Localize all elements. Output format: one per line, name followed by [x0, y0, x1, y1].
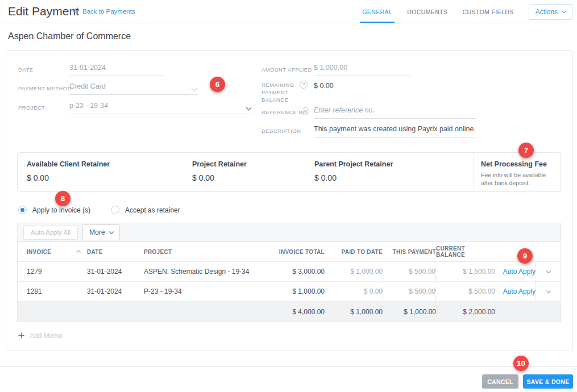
apply-options: Apply to Invoice (s) Accept as retainer — [18, 206, 195, 214]
footer-divider — [0, 366, 577, 367]
invoice-number: 1281 — [18, 282, 87, 301]
net-processing-fee: Net Processing Fee Fee info will be avai… — [481, 160, 556, 187]
total-paid-to-date: $ 1,000.00 — [325, 302, 383, 322]
invoice-date: 31-01-2024 — [87, 282, 144, 301]
plus-icon — [18, 331, 24, 341]
tab-documents[interactable]: DOCUMENTS — [407, 0, 447, 23]
back-arrow-icon — [73, 8, 80, 15]
col-this-payment[interactable]: THIS PAYMENT — [383, 242, 436, 261]
client-name-heading: Aspen Chamber of Commerce — [8, 31, 131, 41]
cancel-button[interactable]: CANCEL — [482, 374, 518, 389]
parent-project-retainer: Parent Project Retainer $ 0.00 — [314, 160, 393, 182]
paid-to-date: $ 1,000.00 — [325, 262, 383, 281]
total-invoice-total: $ 4,000.00 — [273, 302, 325, 322]
amount-applied-input[interactable]: $ 1,000.00 — [314, 64, 412, 76]
tab-general[interactable]: GENERAL — [362, 0, 392, 23]
total-current-balance: $ 2,000.00 — [436, 302, 495, 322]
edit-payment-page: Edit Payment Back to Payments GENERAL DO… — [0, 0, 577, 392]
row-expand-button[interactable] — [536, 262, 561, 281]
help-icon[interactable]: ? — [300, 81, 308, 89]
table-row: 1279 31-01-2024 ASPEN: Schematic Design … — [18, 262, 561, 282]
retainer-title: Parent Project Retainer — [314, 160, 393, 168]
description-input[interactable]: This payment was created using Payrix pa… — [314, 125, 476, 137]
fee-note: Fee info will be available after bank de… — [481, 171, 556, 187]
chevron-down-icon — [192, 84, 196, 92]
row-expand-button[interactable] — [536, 282, 561, 301]
invoice-project: ASPEN: Schematic Design - 19-34 — [144, 262, 273, 281]
col-current-balance[interactable]: CURRENT BALANCE — [436, 242, 495, 261]
table-totals-row: $ 4,000.00 $ 1,000.00 $ 1,000.00 $ 2,000… — [18, 302, 561, 322]
table-toolbar: Auto Apply All More — [18, 223, 561, 242]
remaining-balance-value: $ 0.00 — [314, 82, 334, 90]
more-button[interactable]: More — [82, 224, 119, 240]
invoice-number: 1279 — [18, 262, 87, 281]
invoice-total: $ 3,000.00 — [273, 262, 325, 281]
date-input[interactable]: 31-01-2024 — [69, 64, 165, 76]
auto-apply-all-button[interactable]: Auto Apply All — [23, 225, 78, 240]
auto-apply-link[interactable]: Auto Apply — [495, 282, 536, 301]
payment-method-label: PAYMENT METHOD — [18, 85, 72, 91]
accept-as-retainer-radio[interactable] — [111, 206, 119, 214]
retainer-summary-card: Available Client Retainer $ 0.00 Project… — [17, 152, 561, 192]
date-label: DATE — [18, 66, 33, 73]
auto-apply-link[interactable]: Auto Apply — [495, 262, 536, 281]
actions-button-label: Actions — [536, 8, 558, 16]
col-expand — [536, 242, 561, 261]
col-invoice[interactable]: INVOICE — [18, 242, 87, 261]
save-done-button[interactable]: SAVE & DONE — [523, 374, 573, 389]
available-client-retainer: Available Client Retainer $ 0.00 — [27, 160, 110, 182]
sort-asc-icon — [76, 250, 81, 255]
invoice-date: 31-01-2024 — [87, 262, 144, 281]
current-balance: $ 500.00 — [436, 282, 495, 301]
annotation-badge-8: 8 — [55, 191, 70, 206]
retainer-value: $ 0.00 — [192, 173, 247, 182]
col-date[interactable]: DATE — [87, 242, 144, 261]
invoice-total: $ 1,000.00 — [273, 282, 325, 301]
annotation-badge-7: 7 — [518, 143, 534, 158]
back-link-label: Back to Payments — [82, 8, 135, 15]
project-label: PROJECT — [18, 105, 45, 111]
back-to-payments-link[interactable]: Back to Payments — [73, 8, 135, 15]
chevron-down-icon — [562, 9, 566, 13]
retainer-value: $ 0.00 — [27, 173, 110, 182]
invoice-project: P-23 - 19-34 — [144, 282, 273, 301]
this-payment-input[interactable]: $ 500.00 — [383, 262, 436, 281]
current-balance: $ 1,500.00 — [436, 262, 495, 281]
payment-method-select[interactable]: Credit Card — [69, 82, 197, 95]
tab-custom-fields[interactable]: CUSTOM FIELDS — [462, 0, 513, 23]
tab-bar: GENERAL DOCUMENTS CUSTOM FIELDS Actions — [362, 0, 572, 23]
fee-title: Net Processing Fee — [481, 160, 556, 168]
table-row: 1281 31-01-2024 P-23 - 19-34 $ 1,000.00 … — [18, 282, 561, 302]
more-button-label: More — [89, 228, 105, 236]
col-invoice-total[interactable]: INVOICE TOTAL — [273, 242, 325, 261]
accept-as-retainer-label[interactable]: Accept as retainer — [125, 206, 180, 214]
actions-button[interactable]: Actions — [529, 4, 572, 20]
invoice-table: Auto Apply All More INVOICE DATE PROJECT… — [17, 223, 561, 322]
add-memo-label: Add Memo — [30, 332, 63, 340]
table-header-row: INVOICE DATE PROJECT INVOICE TOTAL PAID … — [18, 242, 561, 262]
retainer-title: Available Client Retainer — [27, 160, 110, 168]
annotation-badge-10: 10 — [513, 356, 529, 371]
page-title: Edit Payment — [8, 5, 79, 18]
chevron-down-icon — [546, 268, 550, 273]
reference-no-input[interactable]: Enter reference no. — [314, 106, 476, 119]
apply-to-invoice-label[interactable]: Apply to Invoice (s) — [32, 206, 90, 214]
col-project[interactable]: PROJECT — [144, 242, 273, 261]
paid-to-date: $ 0.00 — [325, 282, 383, 301]
this-payment-input[interactable]: $ 500.00 — [383, 282, 436, 301]
description-label: DESCRIPTION — [261, 128, 301, 134]
project-select[interactable]: p-23 - 19-34 — [69, 102, 252, 114]
chevron-down-icon — [546, 288, 550, 293]
annotation-badge-9: 9 — [517, 248, 533, 264]
add-memo-button[interactable]: Add Memo — [18, 331, 63, 341]
remaining-balance-label: REMAINING PAYMENT BALANCE — [261, 82, 297, 103]
apply-to-invoice-radio[interactable] — [18, 206, 27, 214]
card-divider — [474, 153, 474, 191]
help-icon[interactable]: ? — [301, 107, 309, 115]
col-paid-to-date[interactable]: PAID TO DATE — [325, 242, 383, 261]
retainer-value: $ 0.00 — [314, 173, 393, 182]
chevron-down-icon — [109, 229, 113, 233]
top-header: Edit Payment Back to Payments GENERAL DO… — [0, 0, 577, 23]
total-this-payment: $ 1,000.00 — [383, 302, 436, 322]
amount-applied-label: AMOUNT APPLIED — [261, 66, 312, 73]
